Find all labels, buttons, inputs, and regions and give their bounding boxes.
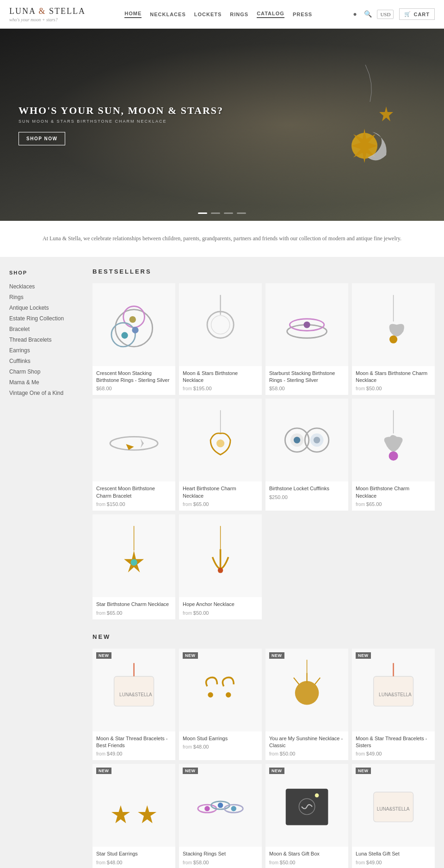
sidebar-item-bracelet[interactable]: Bracelet bbox=[9, 325, 76, 333]
cart-button[interactable]: 🛒 CART bbox=[399, 8, 435, 20]
product-info: Star Birthstone Charm Necklace from $65.… bbox=[92, 597, 175, 619]
product-name: Crescent Moon Stacking Birthstone Rings … bbox=[96, 370, 172, 384]
product-card[interactable]: Hope Anchor Necklace from $50.00 bbox=[179, 514, 262, 619]
hero-carousel-dots bbox=[198, 212, 246, 214]
product-name: Birthstone Locket Cufflinks bbox=[269, 485, 345, 492]
sidebar-item-earrings[interactable]: Earrings bbox=[9, 347, 76, 354]
nav-press[interactable]: PRESS bbox=[293, 12, 312, 17]
product-info: Moon & Star Thread Bracelets - Best Frie… bbox=[92, 731, 175, 761]
new-badge: NEW bbox=[183, 652, 198, 659]
sidebar-item-necklaces[interactable]: Necklaces bbox=[9, 283, 76, 290]
sidebar-item-estate-ring[interactable]: Estate Ring Collection bbox=[9, 315, 76, 322]
main-nav: HOME NECKLACES LOCKETS RINGS CATALOG PRE… bbox=[124, 11, 312, 18]
product-info: Heart Birthstone Charm Necklace from $65… bbox=[179, 481, 262, 511]
carousel-dot-2[interactable] bbox=[211, 212, 220, 214]
product-image bbox=[352, 283, 435, 366]
svg-point-32 bbox=[130, 559, 137, 566]
product-price: from $49.00 bbox=[356, 751, 431, 756]
product-card[interactable]: NEW Star Stud Earrings from $48.00 bbox=[92, 764, 175, 868]
product-card[interactable]: NEW You are My Sunshine Necklace - Class… bbox=[265, 649, 348, 761]
sidebar-nav: Necklaces Rings Antique Lockets Estate R… bbox=[9, 283, 76, 397]
product-image: NEW bbox=[179, 764, 262, 847]
svg-point-21 bbox=[216, 439, 224, 447]
nav-home[interactable]: HOME bbox=[124, 11, 142, 18]
product-card[interactable]: NEW Stacking Rings Set from $58.00 bbox=[179, 764, 262, 868]
sidebar-item-charm-shop[interactable]: Charm Shop bbox=[9, 368, 76, 375]
product-card[interactable]: Moon & Stars Birthstone Charm Necklace f… bbox=[352, 283, 435, 395]
svg-point-53 bbox=[204, 806, 210, 811]
svg-point-38 bbox=[208, 693, 213, 698]
hero-cta-button[interactable]: SHOP NOW bbox=[18, 132, 65, 145]
product-info: Crescent Moon Stacking Birthstone Rings … bbox=[92, 366, 175, 395]
product-card[interactable]: Moon Birthstone Charm Necklace from $65.… bbox=[352, 399, 435, 511]
product-image: NEW LUNA&STELLA bbox=[92, 649, 175, 731]
product-card[interactable]: Heart Birthstone Charm Necklace from $65… bbox=[179, 399, 262, 511]
product-price: from $48.00 bbox=[96, 860, 172, 865]
sidebar-item-thread-bracelets[interactable]: Thread Bracelets bbox=[9, 336, 76, 343]
product-image bbox=[92, 399, 175, 481]
about-section: At Luna & Stella, we celebrate relations… bbox=[0, 221, 444, 257]
product-info: Moon & Star Thread Bracelets - Sisters f… bbox=[352, 731, 435, 761]
carousel-dot-3[interactable] bbox=[224, 212, 233, 214]
product-card[interactable]: Crescent Moon Birthstone Charm Bracelet … bbox=[92, 399, 175, 511]
product-image bbox=[265, 399, 348, 481]
product-card[interactable]: NEW Moon Stud Earrings from $48.00 bbox=[179, 649, 262, 761]
product-info: Moon & Stars Birthstone Necklace from $1… bbox=[179, 366, 262, 395]
product-name: Luna Stella Gift Set bbox=[356, 850, 431, 857]
sidebar-item-rings[interactable]: Rings bbox=[9, 293, 76, 301]
svg-point-55 bbox=[231, 806, 236, 811]
main-content: BESTSELLERS Crescent Moon Stacking Birth… bbox=[86, 257, 444, 868]
account-icon[interactable]: ● bbox=[351, 11, 358, 18]
logo[interactable]: LUNA & STELLA who's your moon + stars? bbox=[9, 6, 86, 22]
svg-point-54 bbox=[218, 803, 223, 808]
svg-point-29 bbox=[388, 451, 398, 461]
product-card[interactable]: NEW LUNA&STELLA Moon & Star Thread Brace… bbox=[352, 649, 435, 761]
site-header: LUNA & STELLA who's your moon + stars? H… bbox=[0, 0, 444, 29]
svg-marker-48 bbox=[111, 806, 130, 824]
hero-content: WHO'S YOUR SUN, MOON & STARS? SUN MOON &… bbox=[0, 105, 242, 145]
nav-lockets[interactable]: LOCKETS bbox=[194, 12, 222, 17]
product-price: from $48.00 bbox=[183, 744, 258, 749]
search-icon[interactable]: 🔍 bbox=[364, 11, 371, 18]
new-badge: NEW bbox=[96, 768, 111, 774]
nav-rings[interactable]: RINGS bbox=[230, 12, 248, 17]
nav-necklaces[interactable]: NECKLACES bbox=[150, 12, 185, 17]
product-name: Crescent Moon Birthstone Charm Bracelet bbox=[96, 485, 172, 500]
product-card[interactable]: NEW LUNA&STELLA Moon & Star Thread Brace… bbox=[92, 649, 175, 761]
currency-selector[interactable]: USD bbox=[377, 10, 394, 19]
product-card[interactable]: NEW LUNA&STELLA Luna Stella Gift Set fro… bbox=[352, 764, 435, 868]
product-info: Hope Anchor Necklace from $50.00 bbox=[179, 597, 262, 619]
product-name: Moon Stud Earrings bbox=[183, 735, 258, 742]
product-image: NEW LUNA&STELLA bbox=[352, 764, 435, 847]
new-badge: NEW bbox=[183, 768, 198, 774]
svg-line-44 bbox=[315, 678, 320, 684]
carousel-dot-4[interactable] bbox=[237, 212, 246, 214]
product-info: Crescent Moon Birthstone Charm Bracelet … bbox=[92, 481, 175, 511]
new-badge: NEW bbox=[356, 652, 371, 659]
sidebar-item-antique-lockets[interactable]: Antique Lockets bbox=[9, 304, 76, 312]
product-name: Star Stud Earrings bbox=[96, 850, 172, 857]
svg-point-6 bbox=[129, 316, 136, 322]
sidebar-item-cufflinks[interactable]: Cufflinks bbox=[9, 357, 76, 365]
carousel-dot-1[interactable] bbox=[198, 212, 207, 214]
product-card[interactable]: Starburst Stacking Birthstone Rings - St… bbox=[265, 283, 348, 395]
product-price: from $150.00 bbox=[96, 501, 172, 507]
product-card[interactable]: Star Birthstone Charm Necklace from $65.… bbox=[92, 514, 175, 619]
new-products-grid: NEW LUNA&STELLA Moon & Star Thread Brace… bbox=[92, 649, 435, 868]
logo-name: LUNA & STELLA bbox=[9, 6, 86, 16]
sidebar-item-vintage[interactable]: Vintage One of a Kind bbox=[9, 389, 76, 397]
sidebar-item-mama-me[interactable]: Mama & Me bbox=[9, 379, 76, 386]
product-info: Starburst Stacking Birthstone Rings - St… bbox=[265, 366, 348, 395]
new-badge: NEW bbox=[269, 768, 284, 774]
product-card[interactable]: Crescent Moon Stacking Birthstone Rings … bbox=[92, 283, 175, 395]
nav-catalog[interactable]: CATALOG bbox=[257, 11, 284, 18]
product-price: from $65.00 bbox=[96, 610, 172, 616]
product-card[interactable]: NEW Moon & Stars Gift Box from $50.00 bbox=[265, 764, 348, 868]
svg-text:LUNA&STELLA: LUNA&STELLA bbox=[119, 692, 152, 697]
product-card[interactable]: Birthstone Locket Cufflinks $250.00 bbox=[265, 399, 348, 511]
product-image bbox=[179, 399, 262, 481]
product-image: NEW bbox=[265, 649, 348, 731]
svg-text:LUNA&STELLA: LUNA&STELLA bbox=[377, 806, 410, 812]
svg-point-14 bbox=[303, 321, 310, 328]
product-card[interactable]: Moon & Stars Birthstone Necklace from $1… bbox=[179, 283, 262, 395]
